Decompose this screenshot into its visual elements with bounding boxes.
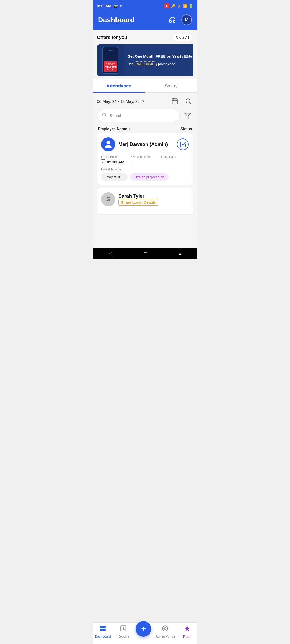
name-column-header[interactable]: Employee Name ↓ [98, 127, 130, 131]
data-icon: ⟳ [120, 4, 123, 8]
search-row [97, 109, 193, 122]
promo-row: Use WELCOME promo code [128, 61, 193, 67]
late-early-label: Late / Early [161, 155, 189, 158]
key-icon: 🔑 [171, 4, 175, 8]
status-column-header: Status [180, 127, 192, 131]
latest-activity-label: Latest Activity [101, 167, 189, 171]
svg-line-5 [190, 103, 191, 104]
offers-title: Offers for you [97, 35, 127, 40]
offers-section: Offers for you Clear All 10:00 FOR LIMIT… [93, 30, 197, 79]
tab-attendance[interactable]: Attendance [93, 79, 145, 92]
status-icons: ▶ 🔑 ⚡ 📶 🔋 [164, 3, 193, 8]
punch-button-marj[interactable] [177, 138, 189, 150]
tabs-section: Attendance Salary [93, 79, 197, 93]
clear-all-button[interactable]: Clear All [172, 34, 193, 41]
sort-icon: ↓ [129, 127, 130, 131]
promo-suffix: promo code [158, 62, 175, 66]
working-hours-stat: Working Hours - [131, 155, 159, 164]
search-icon [102, 112, 107, 119]
working-hours-label: Working Hours [131, 155, 159, 158]
promo-use-label: Use [128, 62, 133, 66]
calendar-icon-button[interactable] [170, 96, 180, 106]
status-left: 9:10 AM 📷 ⟳ [97, 4, 123, 8]
svg-point-4 [186, 99, 190, 103]
welcome-offer-badge: FOR LIMITED PERIOD WELCOME OFFER [104, 61, 117, 72]
chevron-down-icon: ▼ [142, 99, 145, 103]
task-tag[interactable]: Design project plan [130, 173, 169, 181]
status-time: 9:10 AM [97, 4, 111, 8]
sarah-info: Sarah Tyler Share Login Details [118, 193, 189, 206]
latest-punch-stat: Latest Punch → IN 09:03 AM [101, 155, 129, 164]
avatar-initial: M [185, 17, 189, 23]
share-login-details[interactable]: Share Login Details [118, 199, 158, 206]
employee-header-marj: Marj Dawson (Admin) [101, 137, 189, 151]
headset-icon-button[interactable] [167, 15, 177, 25]
welcome-offer-text: WELCOME [105, 66, 115, 68]
search-input[interactable] [110, 113, 175, 118]
filter-icon-buttons [170, 96, 193, 106]
svg-point-6 [102, 113, 106, 116]
employee-avatar-marj [101, 137, 115, 151]
date-range-button[interactable]: 06 May, 24 - 12 May, 24 ▼ [97, 99, 145, 104]
phone-mockup: 10:00 FOR LIMITED PERIOD WELCOME OFFER [102, 47, 118, 74]
offer-banner-card[interactable]: 10:00 FOR LIMITED PERIOD WELCOME OFFER G… [97, 44, 193, 76]
late-early-stat: Late / Early - [161, 155, 189, 164]
employee-avatar-sarah: S [101, 192, 115, 206]
system-nav-bar: ◁ □ ≡ [93, 248, 197, 259]
tab-salary[interactable]: Salary [145, 79, 197, 92]
date-range-label: 06 May, 24 - 12 May, 24 [97, 99, 140, 104]
employee-name-label: Employee Name [98, 127, 127, 131]
sarah-avatar-initial: S [106, 196, 110, 203]
bluetooth-icon: ⚡ [177, 4, 181, 8]
date-filter-row: 06 May, 24 - 12 May, 24 ▼ [97, 96, 193, 106]
search-container [97, 109, 180, 122]
for-limited-period-text: FOR LIMITED PERIOD [105, 63, 115, 66]
page-title: Dashboard [98, 16, 135, 24]
menu-button[interactable]: ≡ [179, 251, 182, 257]
employee-name-marj: Marj Dawson (Admin) [118, 142, 174, 147]
offer-label: OFFER [105, 68, 115, 71]
column-headers: Employee Name ↓ Status [97, 126, 193, 133]
promo-code: WELCOME [135, 61, 157, 67]
banner-phone-visual: 10:00 FOR LIMITED PERIOD WELCOME OFFER [97, 44, 124, 76]
banner-content: Get One Month FREE on Yearly Elite Plan … [124, 51, 193, 70]
project-tag[interactable]: Project 101 [101, 173, 128, 181]
bottom-spacer [97, 218, 193, 244]
late-early-value: - [161, 159, 189, 164]
punch-in-badge: → IN [101, 159, 105, 164]
employee-card-marj-dawson: Marj Dawson (Admin) Latest Punch → IN 09… [97, 133, 193, 185]
attendance-section: 06 May, 24 - 12 May, 24 ▼ [93, 93, 197, 248]
wifi-icon: 📶 [183, 4, 187, 8]
latest-punch-value: → IN 09:03 AM [101, 159, 129, 164]
svg-line-7 [105, 116, 107, 117]
app-header: Dashboard M [93, 12, 197, 30]
employee-card-sarah-tyler: S Sarah Tyler Share Login Details [97, 188, 193, 214]
offers-banner-scroll: 10:00 FOR LIMITED PERIOD WELCOME OFFER G… [97, 44, 193, 76]
filter-icon-button[interactable] [182, 110, 193, 121]
svg-marker-8 [185, 113, 191, 118]
banner-main-text: Get One Month FREE on Yearly Elite Plan [128, 54, 193, 59]
battery-icon: 🔋 [189, 4, 193, 8]
status-bar: 9:10 AM 📷 ⟳ ▶ 🔑 ⚡ 📶 🔋 [93, 0, 197, 12]
latest-punch-label: Latest Punch [101, 155, 129, 158]
employee-stats-marj: Latest Punch → IN 09:03 AM Working Hours… [101, 155, 189, 164]
activity-tags: Project 101 Design project plan [101, 173, 189, 181]
back-button[interactable]: ◁ [108, 251, 112, 257]
search-icon-button[interactable] [183, 96, 193, 106]
svg-rect-0 [172, 99, 177, 104]
offers-header: Offers for you Clear All [97, 34, 193, 41]
home-button[interactable]: □ [144, 251, 147, 257]
record-icon: ▶ [164, 3, 169, 8]
user-avatar[interactable]: M [181, 14, 192, 25]
employee-header-sarah: S Sarah Tyler Share Login Details [101, 192, 189, 206]
camera-icon: 📷 [113, 4, 118, 8]
employee-name-sarah: Sarah Tyler [118, 193, 189, 199]
working-hours-value: - [131, 159, 159, 164]
header-icons: M [167, 14, 192, 25]
